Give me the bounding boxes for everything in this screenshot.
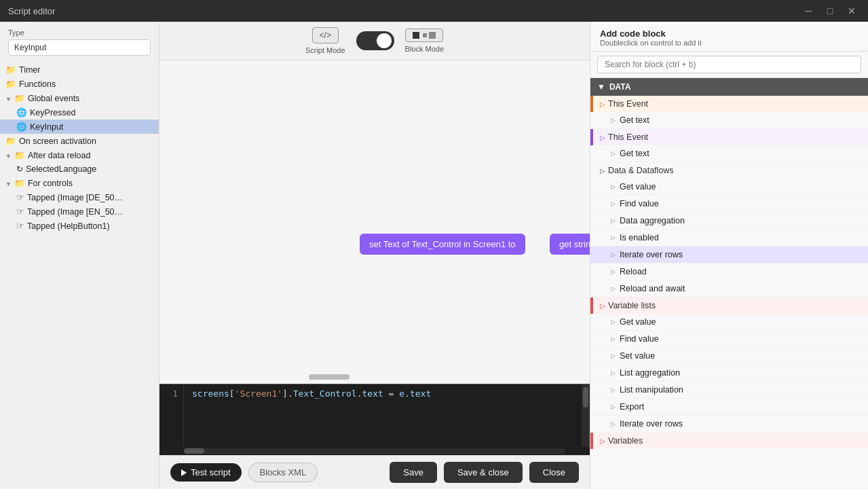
code-assign: = xyxy=(383,388,399,399)
script-mode-label: Script Mode xyxy=(305,46,345,54)
right-panel: Add code block Doubleclick on control to… xyxy=(590,22,868,489)
sidebar-item-after-data-reload[interactable]: 📁 After data reload xyxy=(0,148,159,162)
editor-scrollbar-v[interactable] xyxy=(582,384,590,447)
sidebar-item-keyinput[interactable]: 🌐 KeyInput xyxy=(0,120,159,134)
get-text-item-2[interactable]: ▷ Get text xyxy=(590,145,868,162)
find-value-item-1[interactable]: ▷ Find value xyxy=(590,196,868,213)
sidebar-item-global-events[interactable]: 📁 Global events xyxy=(0,91,159,105)
code-content[interactable]: screens['Screen1'].Text_Control.text = e… xyxy=(184,384,582,447)
code-editor: 1 screens['Screen1'].Text_Control.text =… xyxy=(159,384,590,455)
triangle-icon: ▷ xyxy=(611,319,616,325)
code-dot: . xyxy=(288,388,293,399)
search-input[interactable] xyxy=(597,56,861,73)
close-button[interactable]: Close xyxy=(529,462,579,483)
triangle-icon: ▷ xyxy=(600,437,605,445)
is-enabled-label: Is enabled xyxy=(620,233,659,242)
code-dot3: . xyxy=(404,388,410,399)
add-code-block-subtitle: Doubleclick on control to add it xyxy=(600,39,858,47)
iterate-over-rows-label-2: Iterate over rows xyxy=(620,419,683,429)
variables-row[interactable]: ▷ Variables xyxy=(590,433,868,449)
sidebar-item-label: SelectedLanguage xyxy=(26,164,96,174)
folder-icon: 📁 xyxy=(14,93,25,103)
minimize-button[interactable]: ─ xyxy=(800,3,816,19)
maximize-button[interactable]: □ xyxy=(822,3,838,19)
data-dataflows-row[interactable]: ▷ Data & Dataflows xyxy=(590,162,868,179)
close-label: Close xyxy=(543,467,565,477)
set-value-item[interactable]: ▷ Set value xyxy=(590,348,868,365)
editor-scrollbar-thumb xyxy=(583,387,588,408)
find-value-label-2: Find value xyxy=(620,334,659,344)
triangle-icon: ▷ xyxy=(611,420,616,427)
sidebar-item-selected-language[interactable]: ↻ SelectedLanguage xyxy=(0,162,159,176)
list-manipulation-item[interactable]: ▷ List manipulation xyxy=(590,382,868,399)
editor-scrollbar-h-track[interactable] xyxy=(184,448,565,454)
code-etext: e xyxy=(399,388,404,399)
find-value-item-2[interactable]: ▷ Find value xyxy=(590,331,868,348)
get-value-label-2: Get value xyxy=(620,317,656,327)
block-set-text[interactable]: set Text of Text_Control in Screen1 to xyxy=(360,234,525,255)
block-tree: ▼ DATA ▷ This Event ▷ Get text ▷ This Ev… xyxy=(590,78,868,489)
mode-toggle[interactable] xyxy=(356,31,394,50)
reload-label: Reload xyxy=(620,267,647,276)
sidebar-item-tapped-help[interactable]: ☞ Tapped (HelpButton1) xyxy=(0,219,159,233)
sidebar-item-for-controls[interactable]: 📁 For controls xyxy=(0,176,159,190)
sidebar-item-label: Tapped (Image [EN_50… xyxy=(27,207,123,217)
toggle-switch[interactable] xyxy=(356,31,394,50)
chevron-down-icon: ▼ xyxy=(597,82,605,92)
this-event-row-2[interactable]: ▷ This Event xyxy=(590,129,868,145)
get-value-item-1[interactable]: ▷ Get value xyxy=(590,179,868,196)
triangle-icon: ▷ xyxy=(611,285,616,292)
reload-await-item[interactable]: ▷ Reload and await xyxy=(590,280,868,297)
sidebar-item-on-screen-activation[interactable]: 📁 On screen activation xyxy=(0,134,159,148)
save-close-button[interactable]: Save & close xyxy=(444,462,523,483)
line-number: 1 xyxy=(165,388,178,399)
test-script-button[interactable]: Test script xyxy=(170,463,242,482)
block-get-string[interactable]: get string parameter Text xyxy=(550,234,590,255)
block-mode-group: Block Mode xyxy=(405,29,444,53)
sidebar-item-tapped-en[interactable]: ☞ Tapped (Image [EN_50… xyxy=(0,204,159,219)
get-text-item-1[interactable]: ▷ Get text xyxy=(590,112,868,129)
sidebar-item-functions[interactable]: 📁 Functions xyxy=(0,77,159,91)
get-text-label: Get text xyxy=(620,115,649,125)
find-value-label: Find value xyxy=(620,199,659,209)
type-section: Type xyxy=(0,22,159,60)
this-event-row-1[interactable]: ▷ This Event xyxy=(590,96,868,112)
sidebar-item-timer[interactable]: 📁 Timer xyxy=(0,62,159,77)
iterate-over-rows-item-1[interactable]: ▷ Iterate over rows xyxy=(590,247,868,264)
export-item[interactable]: ▷ Export xyxy=(590,399,868,416)
script-mode-button[interactable]: </> xyxy=(312,27,339,43)
code-editor-inner: 1 screens['Screen1'].Text_Control.text =… xyxy=(159,384,590,447)
center-area: </> Script Mode Block Mode xyxy=(159,22,590,489)
add-code-block-title: Add code block xyxy=(600,29,858,39)
sidebar-item-keypressed[interactable]: 🌐 KeyPressed xyxy=(0,105,159,120)
this-event-label: This Event xyxy=(608,99,648,109)
canvas-scrollbar-h[interactable] xyxy=(309,374,350,380)
sidebar-item-tapped-de[interactable]: ☞ Tapped (Image [DE_50… xyxy=(0,190,159,204)
triangle-icon: ▷ xyxy=(611,251,616,258)
get-value-item-2[interactable]: ▷ Get value xyxy=(590,314,868,331)
data-section-header[interactable]: ▼ DATA xyxy=(590,78,868,96)
code-text-prop: text xyxy=(410,388,431,399)
iterate-over-rows-item-2[interactable]: ▷ Iterate over rows xyxy=(590,416,868,433)
play-icon xyxy=(181,469,187,476)
triangle-icon: ▷ xyxy=(611,268,616,275)
save-button[interactable]: Save xyxy=(390,462,437,483)
is-enabled-item[interactable]: ▷ Is enabled xyxy=(590,230,868,247)
data-aggregation-item[interactable]: ▷ Data aggregation xyxy=(590,213,868,230)
triangle-icon: ▷ xyxy=(611,369,616,376)
type-input[interactable] xyxy=(8,39,151,56)
triangle-icon: ▷ xyxy=(611,217,616,224)
list-aggregation-label: List aggregation xyxy=(620,368,680,378)
canvas-area: set Text of Text_Control in Screen1 to g… xyxy=(159,60,590,384)
triangle-icon: ▷ xyxy=(600,302,605,310)
reload-item[interactable]: ▷ Reload xyxy=(590,264,868,280)
triangle-icon: ▷ xyxy=(600,167,605,175)
list-aggregation-item[interactable]: ▷ List aggregation xyxy=(590,365,868,382)
close-window-button[interactable]: ✕ xyxy=(844,3,860,19)
variable-lists-row[interactable]: ▷ Variable lists xyxy=(590,297,868,314)
block-set-text-label: set Text of Text_Control in Screen1 to xyxy=(369,239,516,249)
this-event-label-2: This Event xyxy=(608,132,648,142)
blocks-xml-button[interactable]: Blocks XML xyxy=(248,463,318,482)
sidebar-item-label: KeyPressed xyxy=(30,108,75,117)
block-mode-button[interactable] xyxy=(405,29,443,42)
